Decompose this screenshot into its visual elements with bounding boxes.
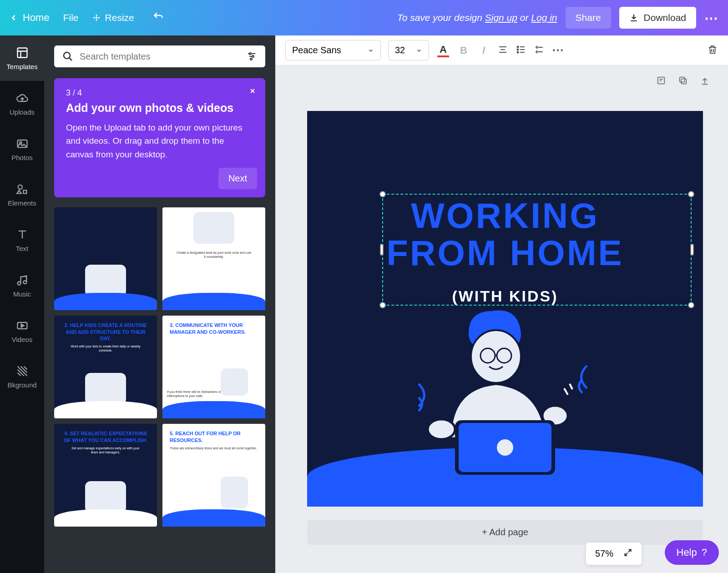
search-input[interactable]	[80, 51, 240, 62]
template-sub: These are extraordinary times and we mus…	[162, 446, 265, 450]
sidebar-rail: Templates Uploads Photos Elements Text M…	[0, 35, 44, 573]
download-icon	[629, 13, 638, 22]
canvas-actions	[656, 75, 710, 87]
template-illustration	[221, 477, 248, 508]
music-icon	[16, 274, 29, 286]
delete-button[interactable]	[707, 44, 718, 57]
photo-icon	[16, 137, 29, 150]
list-button[interactable]	[516, 44, 526, 57]
template-item[interactable]: 2. HELP KIDS CREATE A ROUTINE AND ADD ST…	[54, 316, 157, 418]
list-icon	[516, 44, 526, 55]
fontsize-value: 32	[395, 45, 405, 55]
rail-label: Templates	[6, 63, 37, 70]
template-illustration	[85, 265, 126, 297]
login-link[interactable]: Log in	[531, 12, 557, 23]
spacing-icon	[534, 44, 545, 55]
svg-point-11	[250, 58, 252, 60]
chevron-left-icon	[9, 13, 18, 22]
filter-icon[interactable]	[246, 51, 257, 62]
bold-button[interactable]: B	[457, 45, 470, 56]
svg-point-9	[249, 53, 251, 55]
coach-next-button[interactable]: Next	[218, 168, 257, 189]
rail-background[interactable]: Bkground	[0, 354, 44, 399]
svg-point-10	[252, 55, 254, 57]
rail-text[interactable]: Text	[0, 217, 44, 263]
resize-handle-ml[interactable]	[380, 244, 384, 256]
rail-label: Uploads	[10, 108, 35, 116]
fullscreen-button[interactable]	[623, 548, 632, 559]
rail-uploads[interactable]: Uploads	[0, 81, 44, 126]
template-illustration	[193, 212, 234, 244]
more-format-button[interactable]: ⋯	[552, 43, 564, 57]
chevron-down-icon	[416, 47, 422, 54]
rail-label: Music	[13, 290, 31, 298]
svg-rect-13	[681, 79, 686, 84]
italic-button[interactable]: I	[477, 45, 490, 56]
signup-link[interactable]: Sign up	[485, 12, 517, 23]
expand-icon	[623, 548, 632, 557]
file-menu[interactable]: File	[63, 12, 79, 23]
canvas-area[interactable]: WORKING FROM HOME (WITH KIDS)	[275, 65, 728, 573]
help-button[interactable]: Help ?	[665, 540, 719, 565]
home-button[interactable]: Home	[9, 12, 50, 24]
template-item[interactable]: Create a designated area as your work zo…	[162, 207, 265, 310]
export-button[interactable]	[700, 75, 710, 87]
font-value: Peace Sans	[292, 45, 341, 55]
letter-a-icon: A	[440, 44, 447, 55]
resize-handle-tl[interactable]	[379, 191, 386, 197]
share-button[interactable]: Share	[566, 7, 611, 29]
coach-title: Add your own photos & videos	[66, 101, 253, 115]
template-wave	[54, 509, 157, 527]
rail-videos[interactable]: Videos	[0, 308, 44, 354]
align-button[interactable]	[497, 44, 508, 57]
resize-button[interactable]: Resize	[92, 12, 134, 23]
download-button[interactable]: Download	[619, 7, 696, 29]
more-menu[interactable]: ⋯	[704, 10, 719, 26]
template-item[interactable]	[54, 207, 157, 310]
resize-handle-bl[interactable]	[379, 302, 386, 308]
resize-label: Resize	[105, 12, 134, 23]
resize-handle-tr[interactable]	[688, 191, 694, 197]
duplicate-button[interactable]	[678, 75, 688, 87]
rail-templates[interactable]: Templates	[0, 35, 44, 81]
topbar-right: To save your design Sign up or Log in Sh…	[397, 7, 719, 29]
add-page-button[interactable]: + Add page	[307, 520, 703, 545]
text-icon	[16, 228, 29, 241]
undo-button[interactable]	[148, 11, 164, 25]
chevron-down-icon	[368, 47, 374, 54]
rail-label: Text	[16, 245, 29, 252]
svg-point-1	[517, 49, 519, 50]
download-label: Download	[644, 12, 686, 23]
template-item[interactable]: 4. SET REALISTIC EXPECTATIONS OF WHAT YO…	[54, 424, 157, 527]
color-swatch	[437, 55, 449, 57]
font-size-select[interactable]: 32	[388, 40, 429, 60]
video-icon	[16, 319, 29, 332]
resize-handle-mr[interactable]	[690, 244, 694, 256]
search-icon	[62, 51, 73, 62]
person-illustration	[400, 293, 610, 475]
coach-close-button[interactable]	[249, 86, 256, 97]
font-family-select[interactable]: Peace Sans	[285, 40, 381, 60]
rail-music[interactable]: Music	[0, 263, 44, 308]
rail-elements[interactable]: Elements	[0, 172, 44, 217]
help-label: Help	[677, 547, 697, 558]
design-page[interactable]: WORKING FROM HOME (WITH KIDS)	[307, 111, 703, 507]
zoom-value: 57%	[595, 548, 613, 559]
template-item[interactable]: 3. COMMUNICATE WITH YOUR MANAGER AND CO-…	[162, 316, 265, 418]
save-prefix: To save your design	[397, 12, 485, 23]
undo-icon	[152, 11, 164, 23]
resize-handle-br[interactable]	[688, 302, 694, 308]
selection-box[interactable]	[382, 194, 692, 306]
template-item[interactable]: 5. REACH OUT FOR HELP OR RESOURCES. Thes…	[162, 424, 265, 527]
template-wave	[162, 293, 265, 310]
resize-icon	[92, 14, 101, 22]
svg-rect-3	[17, 48, 27, 57]
rail-photos[interactable]: Photos	[0, 126, 44, 172]
search-row	[54, 45, 265, 67]
spacing-button[interactable]	[534, 44, 545, 57]
text-color-button[interactable]: A	[436, 44, 450, 57]
upload-arrow-icon	[700, 75, 710, 85]
notes-button[interactable]	[656, 75, 666, 87]
template-wave	[162, 401, 265, 418]
rail-label: Photos	[11, 154, 33, 161]
